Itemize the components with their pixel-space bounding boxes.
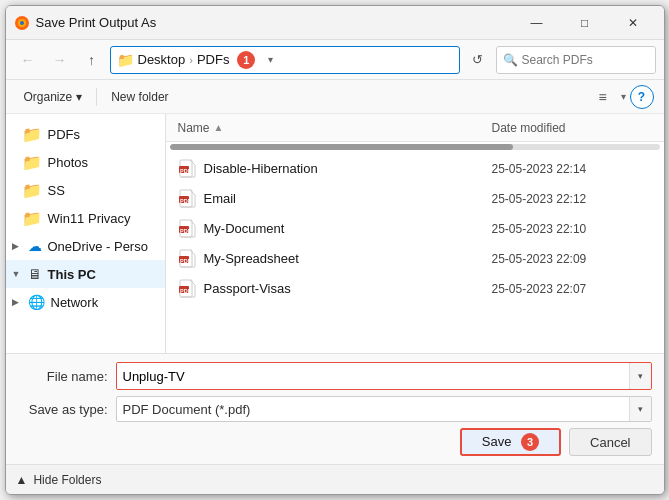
sidebar-label-win11: Win11 Privacy	[48, 211, 131, 226]
search-input[interactable]	[522, 53, 649, 67]
network-icon: 🌐	[28, 294, 45, 310]
refresh-button[interactable]: ↺	[464, 46, 492, 74]
toolbar-separator	[96, 88, 97, 106]
file-name-0: Disable-Hibernation	[204, 161, 492, 176]
new-folder-label: New folder	[111, 90, 168, 104]
address-badge-1: 1	[237, 51, 255, 69]
sidebar-label-thispc: This PC	[48, 267, 96, 282]
bottom-section: File name: ▾ Save as type: PDF Document …	[6, 353, 664, 464]
svg-text:PDF: PDF	[180, 258, 192, 264]
sidebar-item-ss[interactable]: 📁 SS	[6, 176, 165, 204]
svg-point-2	[20, 21, 24, 25]
main-content: 📁 PDFs 📁 Photos 📁 SS 📁 Win11 Privacy ▶ ☁…	[6, 114, 664, 353]
collapse-icon: ▲	[16, 473, 28, 487]
save-label: Save	[482, 434, 512, 449]
app-icon	[14, 15, 30, 31]
filename-dropdown-arrow[interactable]: ▾	[629, 363, 651, 389]
cancel-button[interactable]: Cancel	[569, 428, 651, 456]
address-path: Desktop › PDFs	[138, 52, 230, 67]
minimize-button[interactable]: —	[514, 7, 560, 39]
folder-icon-win11: 📁	[22, 209, 42, 228]
svg-text:PDF: PDF	[180, 288, 192, 294]
file-row[interactable]: PDF Passport-Visas 25-05-2023 22:07	[166, 274, 664, 304]
filetype-select-wrapper: PDF Document (*.pdf) ▾	[116, 396, 652, 422]
up-button[interactable]: ↑	[78, 46, 106, 74]
file-name-2: My-Document	[204, 221, 492, 236]
save-button[interactable]: Save 3	[460, 428, 561, 456]
filetype-label: Save as type:	[18, 402, 108, 417]
file-list: PDF Disable-Hibernation 25-05-2023 22:14…	[166, 154, 664, 353]
address-bar[interactable]: 📁 Desktop › PDFs 1 ▾	[110, 46, 460, 74]
sidebar-item-win11[interactable]: 📁 Win11 Privacy	[6, 204, 165, 232]
window-controls: — □ ✕	[514, 7, 656, 39]
file-date-0: 25-05-2023 22:14	[492, 162, 652, 176]
view-dropdown-arrow: ▾	[621, 91, 626, 102]
file-icon-2: PDF	[178, 219, 198, 239]
cloud-icon-onedrive: ☁	[28, 238, 42, 254]
back-button[interactable]: ←	[14, 46, 42, 74]
pc-icon-thispc: 🖥	[28, 266, 42, 282]
path-pdfs[interactable]: PDFs	[197, 52, 230, 67]
sidebar-item-onedrive[interactable]: ▶ ☁ OneDrive - Perso	[6, 232, 165, 260]
scroll-indicator	[170, 144, 660, 150]
file-date-4: 25-05-2023 22:07	[492, 282, 652, 296]
sidebar-item-photos[interactable]: 📁 Photos	[6, 148, 165, 176]
view-icon: ≡	[598, 89, 606, 105]
expand-icon-onedrive: ▶	[12, 241, 22, 251]
file-row[interactable]: PDF My-Document 25-05-2023 22:10	[166, 214, 664, 244]
forward-button[interactable]: →	[46, 46, 74, 74]
file-name-1: Email	[204, 191, 492, 206]
file-row[interactable]: PDF Email 25-05-2023 22:12	[166, 184, 664, 214]
save-dialog: Save Print Output As — □ ✕ ← → ↑ 📁 Deskt…	[5, 5, 665, 495]
sidebar-label-onedrive: OneDrive - Perso	[48, 239, 148, 254]
file-icon-4: PDF	[178, 279, 198, 299]
close-button[interactable]: ✕	[610, 7, 656, 39]
file-list-header: Name ▲ Date modified	[166, 114, 664, 142]
address-dropdown-button[interactable]: ▾	[259, 46, 281, 74]
view-button[interactable]: ≡	[589, 84, 617, 110]
file-row[interactable]: PDF My-Spreadsheet 25-05-2023 22:09	[166, 244, 664, 274]
file-name-3: My-Spreadsheet	[204, 251, 492, 266]
filename-label: File name:	[18, 369, 108, 384]
col-date-label: Date modified	[492, 121, 566, 135]
dialog-title: Save Print Output As	[36, 15, 514, 30]
organize-label: Organize	[24, 90, 73, 104]
svg-text:PDF: PDF	[180, 228, 192, 234]
scroll-area	[166, 142, 664, 154]
file-area: Name ▲ Date modified	[166, 114, 664, 353]
path-desktop[interactable]: Desktop	[138, 52, 186, 67]
folder-icon-ss: 📁	[22, 181, 42, 200]
sidebar-item-network[interactable]: ▶ 🌐 Network	[6, 288, 165, 316]
organize-arrow: ▾	[76, 90, 82, 104]
help-button[interactable]: ?	[630, 85, 654, 109]
scroll-thumb	[170, 144, 513, 150]
file-name-4: Passport-Visas	[204, 281, 492, 296]
folder-icon-pdfs: 📁	[22, 125, 42, 144]
sidebar-item-pdfs[interactable]: 📁 PDFs	[6, 120, 165, 148]
sort-icon: ▲	[214, 122, 224, 133]
filetype-value: PDF Document (*.pdf)	[117, 402, 629, 417]
file-date-3: 25-05-2023 22:09	[492, 252, 652, 266]
sidebar-label-pdfs: PDFs	[48, 127, 81, 142]
maximize-button[interactable]: □	[562, 7, 608, 39]
column-name-header[interactable]: Name ▲	[178, 121, 492, 135]
footer: ▲ Hide Folders	[6, 464, 664, 494]
action-row: Save 3 Cancel	[18, 428, 652, 456]
toolbar: Organize ▾ New folder ≡ ▾ ?	[6, 80, 664, 114]
filetype-dropdown-arrow[interactable]: ▾	[629, 397, 651, 421]
file-row[interactable]: PDF Disable-Hibernation 25-05-2023 22:14	[166, 154, 664, 184]
column-date-header[interactable]: Date modified	[492, 121, 652, 135]
col-name-label: Name	[178, 121, 210, 135]
title-bar: Save Print Output As — □ ✕	[6, 6, 664, 40]
new-folder-button[interactable]: New folder	[103, 84, 176, 110]
file-date-1: 25-05-2023 22:12	[492, 192, 652, 206]
navigation-bar: ← → ↑ 📁 Desktop › PDFs 1 ▾ ↺ 🔍	[6, 40, 664, 80]
sidebar-label-photos: Photos	[48, 155, 88, 170]
hide-folders-button[interactable]: ▲ Hide Folders	[16, 473, 102, 487]
sidebar-item-thispc[interactable]: ▼ 🖥 This PC	[6, 260, 165, 288]
save-badge: 3	[521, 433, 539, 451]
file-icon-0: PDF	[178, 159, 198, 179]
filename-input[interactable]	[117, 363, 629, 389]
file-date-2: 25-05-2023 22:10	[492, 222, 652, 236]
organize-button[interactable]: Organize ▾	[16, 84, 91, 110]
